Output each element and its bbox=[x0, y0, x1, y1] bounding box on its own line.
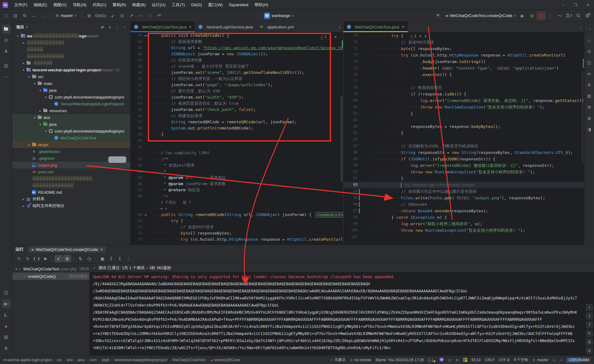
proxy-globe-icon[interactable]: ◎ bbox=[448, 358, 451, 362]
git-tool-icon[interactable]: ⋔ bbox=[2, 344, 11, 353]
run-console[interactable]: ✓测试 已通过: 1共 1 个测试 – 1秒 362毫秒 OpenJDK 64-… bbox=[90, 264, 594, 355]
menu-构建[interactable]: 构建(B) bbox=[129, 2, 148, 7]
cherry-pick-icon[interactable]: ↦ bbox=[136, 11, 145, 20]
menu-导航[interactable]: 导航(N) bbox=[70, 2, 89, 7]
menu-运行[interactable]: 运行(U) bbox=[149, 2, 169, 7]
code-line-86[interactable]: 86 bbox=[343, 136, 584, 143]
collapse-all-icon[interactable]: ∧ bbox=[106, 23, 114, 31]
code-line-52[interactable]: 52········// 图片宽度，默认为 430 bbox=[131, 88, 343, 94]
code-line-81[interactable]: 81····················throw new RuntimeE… bbox=[343, 104, 584, 110]
minimize-icon[interactable]: ─ bbox=[557, 0, 569, 10]
code-line-78[interactable]: 78················// 检查响应状态 bbox=[343, 84, 584, 91]
code-line-61[interactable]: 61 bbox=[131, 144, 343, 150]
run-panel-title[interactable]: 运行 bbox=[15, 247, 24, 252]
restart-icon[interactable]: ↻ bbox=[586, 330, 593, 337]
windows-plugin-icon[interactable] bbox=[463, 358, 467, 362]
shield-icon[interactable]: V bbox=[440, 358, 444, 362]
structure-tool-icon[interactable]: ⊟ bbox=[2, 61, 11, 70]
encoding-widget[interactable]: UTF-8 bbox=[499, 358, 510, 362]
close-tab-icon[interactable]: ✕ bbox=[402, 25, 405, 29]
code-line-71[interactable]: 71············// 发送POST请求 bbox=[343, 39, 584, 45]
sort-alphabetically-icon[interactable]: ⇅ bbox=[76, 255, 84, 262]
bookmarks-icon[interactable]: ◨ bbox=[585, 125, 594, 134]
more-tools-icon[interactable]: ⋯ bbox=[2, 72, 11, 82]
code-line-101[interactable]: 101 bbox=[343, 234, 584, 240]
code-line-87[interactable]: 87············// 尝试解析为JSON，判断是否为错误响应 bbox=[343, 143, 584, 149]
database-icon[interactable]: ⊡ bbox=[585, 47, 594, 56]
breadcrumb-nt-wechat-applet-login-project[interactable]: nt-wechat-applet-login-project bbox=[3, 358, 52, 362]
code-line-70[interactable]: 70········try { bbox=[343, 32, 584, 39]
code-editor-right[interactable]: 70········try {71············// 发送POST请求… bbox=[343, 32, 584, 244]
tree-item-pom.xml[interactable]: mpom.xml bbox=[12, 168, 130, 175]
code-line-85[interactable]: 85············} bbox=[343, 130, 584, 136]
code-line-98[interactable]: 98········} catch (Exception e) { bbox=[343, 214, 584, 221]
ai-assistant-icon[interactable]: ◇ bbox=[585, 36, 594, 45]
code-line-65[interactable]: 65·····* @param url 请求地址 bbox=[131, 175, 343, 181]
dependencies-icon[interactable]: ≣ bbox=[585, 80, 594, 89]
git-update-icon[interactable]: ↙ bbox=[109, 11, 117, 20]
tree-item-java[interactable]: ▾java bbox=[12, 121, 130, 128]
search-everywhere-icon[interactable] bbox=[574, 11, 583, 20]
tab-options-icon[interactable]: ⋮ bbox=[336, 22, 343, 32]
git-push-icon[interactable]: ↗ bbox=[127, 11, 136, 20]
tab-WeChatQrCodeTest.java[interactable]: CWeChatQrCodeTest.java✕ bbox=[131, 22, 195, 32]
breadcrumb-yby6[interactable]: yby6 bbox=[101, 358, 109, 362]
tree-item-com.yby6.tencentwechatappletloginpro[interactable]: ▾com.yby6.tencentwechatappletloginpro bbox=[12, 128, 130, 134]
code-line-77[interactable]: 77 bbox=[343, 78, 584, 84]
code-line-90[interactable]: 90················log.error("[remoteQRCo… bbox=[343, 162, 584, 169]
code-line-63[interactable]: 63·····* 发送post请求 bbox=[131, 162, 343, 168]
code-line-72[interactable]: 72············byte[] responseBytes; bbox=[131, 230, 343, 236]
code-line-99[interactable]: 99············log.error("获取小程序二维码异常", e)… bbox=[343, 221, 584, 227]
run-button[interactable]: ▶ bbox=[518, 11, 527, 20]
tab-AbstractLoginService.java[interactable]: CAbstractLoginService.java bbox=[195, 22, 256, 32]
menu-文件[interactable]: 文件(F) bbox=[11, 2, 31, 7]
git-remote-widget[interactable]: ⊘no remote bbox=[350, 358, 371, 362]
code-line-76[interactable]: 76····················.execute()) { bbox=[343, 71, 584, 78]
help-icon[interactable]: ◍ bbox=[585, 113, 594, 123]
code-line-55[interactable]: 55········jsonParam.set("check_path", fa… bbox=[131, 107, 343, 113]
tree-item-外部库[interactable]: ▸▤外部库 bbox=[12, 196, 130, 202]
run-configuration-selector[interactable]: ◀▶ WeChatQrCodeTest.createQrCode∨ bbox=[443, 12, 518, 19]
project-tool-icon[interactable] bbox=[2, 24, 11, 34]
lock-icon[interactable]: ⊔ bbox=[553, 358, 556, 362]
tree-item-target[interactable]: ▸target bbox=[12, 141, 130, 148]
code-line-51[interactable]: 51········jsonParam.set("page", "/page/a… bbox=[131, 82, 343, 88]
code-line-93[interactable]: 93············You, Moments ago • Uncommi… bbox=[343, 182, 584, 188]
inspections-widget-right[interactable]: ✓ 1 ∧ ∨ bbox=[408, 33, 429, 39]
code-line-95[interactable]: 95············Files.write(Paths.get( fir… bbox=[343, 195, 584, 201]
code-line-66[interactable]: 66·····* @param jsonParam 请求参数 bbox=[131, 181, 343, 187]
hide-panel-icon[interactable]: − bbox=[121, 23, 128, 31]
back-icon[interactable]: ← bbox=[30, 11, 38, 20]
code-style-warning-icon[interactable]: {..} bbox=[428, 358, 435, 362]
code-line-83[interactable]: 83 bbox=[343, 117, 584, 123]
next-problem-icon[interactable]: ∨ bbox=[334, 35, 337, 39]
code-line-92[interactable]: 92············} bbox=[343, 175, 584, 182]
menu-帮助[interactable]: 帮助(H) bbox=[252, 2, 271, 7]
code-line-100[interactable]: 100············throw new RuntimeExceptio… bbox=[343, 227, 584, 234]
code-line-60[interactable]: 60 bbox=[131, 138, 343, 144]
code-line-84[interactable]: 84················responseBytes = respon… bbox=[343, 123, 584, 130]
breadcrumb-tencentwechatappletloginproject[interactable]: tencentwechatappletloginproject bbox=[114, 358, 167, 362]
code-line-79[interactable]: 79················if (!response.isOk()) … bbox=[343, 91, 584, 97]
caret-position-widget[interactable]: 93:13 bbox=[471, 358, 481, 362]
clear-console-icon[interactable]: ⊘ bbox=[586, 347, 593, 354]
code-line-96[interactable]: 96············// 转Base64 bbox=[343, 201, 584, 208]
code-line-89[interactable]: 89············if (JSONUtil.isTypeJSON(re… bbox=[343, 156, 584, 162]
breadcrumb-remoteQRCode[interactable]: ◉ remoteQRCode bbox=[210, 358, 240, 362]
device-manager-icon[interactable]: ⊞ bbox=[585, 102, 594, 112]
code-line-73[interactable]: 73············try (cn.hutool.http.HttpRe… bbox=[343, 52, 584, 58]
close-icon[interactable]: ✕ bbox=[582, 0, 594, 10]
inspections-widget-left[interactable]: ✓ 1 ∧ ∨ bbox=[318, 34, 339, 40]
tree-item-tencent-wechat-applet-login-project[interactable]: ▾tencent-wechat-applet-login-project mas… bbox=[12, 66, 130, 73]
breadcrumb-java[interactable]: java bbox=[78, 358, 84, 362]
tab-application.yml[interactable]: ⚙application.yml bbox=[256, 22, 297, 32]
code-line-43[interactable]: 43▶◆····public void createQrCode() { bbox=[131, 32, 343, 39]
commit-tool-icon[interactable]: ⊙ bbox=[2, 36, 11, 45]
print-icon[interactable]: ≣ bbox=[586, 339, 593, 345]
memory-indicator[interactable]: 1095/3548M bbox=[566, 358, 591, 362]
tree-item-test[interactable]: ▾test bbox=[12, 114, 130, 121]
menu-窗口[interactable]: 窗口(W) bbox=[205, 2, 226, 7]
close-tab-icon[interactable]: ✕ bbox=[189, 25, 192, 29]
toggle-auto-test-icon[interactable]: ❨❩ bbox=[32, 255, 41, 262]
services-tool-icon[interactable]: ⊞ bbox=[2, 332, 11, 342]
